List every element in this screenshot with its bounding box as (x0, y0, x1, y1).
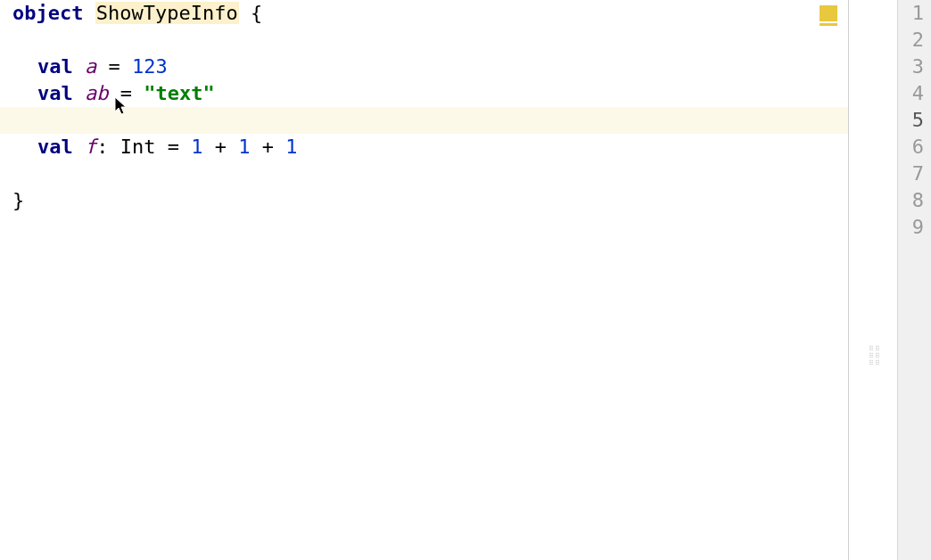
line-number[interactable]: 9 (898, 214, 924, 241)
code-line[interactable]: val f: Int = 1 + 1 + 1 (0, 134, 848, 161)
minimap[interactable]: ⠿⠿ ⠿⠿ ⠿⠿ (849, 0, 897, 560)
type-int: Int (120, 136, 156, 158)
minimap-content-icon: ⠿⠿ ⠿⠿ ⠿⠿ (869, 346, 897, 367)
equals-op: = (96, 55, 132, 78)
colon: : (96, 136, 120, 158)
line-number[interactable]: 8 (898, 187, 924, 214)
keyword-val: val (37, 82, 73, 104)
code-line-empty[interactable] (0, 27, 848, 54)
code-line[interactable]: val ab = "text" (0, 80, 848, 107)
string-literal: "text" (144, 82, 214, 104)
equals-op: = (156, 136, 192, 158)
line-number[interactable]: 2 (898, 27, 924, 54)
code-line-empty[interactable] (0, 161, 848, 187)
number-literal: 123 (132, 55, 168, 78)
keyword-object: object (12, 2, 83, 24)
line-number-current[interactable]: 5 (898, 107, 924, 134)
keyword-val: val (37, 136, 73, 158)
identifier-ab: ab (73, 82, 109, 104)
code-line[interactable]: val a = 123 (0, 54, 848, 80)
code-line[interactable]: } (0, 187, 848, 214)
number-literal: 1 (238, 136, 250, 158)
class-name: ShowTypeInfo (95, 2, 239, 24)
close-brace: } (12, 189, 24, 211)
equals-op: = (109, 82, 144, 104)
keyword-val: val (37, 55, 73, 78)
number-literal: 1 (285, 136, 297, 158)
line-number-gutter: 1 2 3 4 5 6 7 8 9 (897, 0, 931, 560)
line-number[interactable]: 7 (898, 161, 924, 187)
line-number[interactable]: 6 (898, 134, 924, 161)
line-number[interactable]: 3 (898, 54, 924, 80)
identifier-f: f (73, 136, 97, 158)
code-area[interactable]: object ShowTypeInfo { val a = 123 val ab… (0, 0, 849, 560)
code-line[interactable]: object ShowTypeInfo { (0, 0, 848, 27)
line-number[interactable]: 1 (898, 0, 924, 27)
warning-marker-icon[interactable] (820, 5, 837, 21)
editor-container: object ShowTypeInfo { val a = 123 val ab… (0, 0, 931, 560)
plus-op: + (203, 136, 239, 158)
open-brace: { (239, 2, 263, 24)
number-literal: 1 (191, 136, 202, 158)
code-line-current[interactable] (0, 107, 848, 134)
identifier-a: a (73, 55, 97, 78)
plus-op: + (251, 136, 286, 158)
warning-underline (820, 23, 837, 26)
line-number[interactable]: 4 (898, 80, 924, 107)
